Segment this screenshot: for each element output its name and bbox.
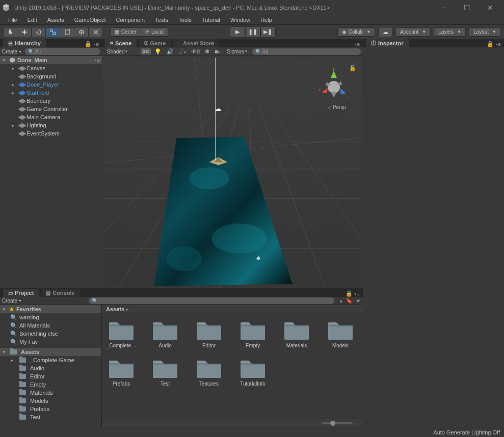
maximize-button[interactable]: ☐ [455,1,479,15]
scene-row[interactable]: ▼ Done_Main ▪≡ [0,56,102,64]
step-button[interactable]: ▶❚ [260,26,276,38]
inspector-tab[interactable]: ⓘ Inspector [366,39,409,47]
favorite-item[interactable]: 🔍My Fav [0,338,101,346]
scene-viewport[interactable]: ☁ ❖ 🔓 y x z [102,56,363,288]
fold-icon[interactable]: ▼ [2,350,7,354]
camera-icon[interactable]: ■▾ [213,48,222,54]
rotate-tool-button[interactable] [32,27,46,37]
project-create-button[interactable]: Create ▼ [2,298,22,304]
layout-dropdown[interactable]: Layout ▼ [469,28,501,37]
hierarchy-create-button[interactable]: Create ▼ [2,49,22,54]
prefab-chevron-icon[interactable]: › [97,82,99,87]
menu-assets[interactable]: Assets [42,16,69,24]
tab-scene[interactable]: ⌗ Scene [105,39,137,47]
menu-file[interactable]: File [3,16,22,24]
project-search-input[interactable]: 🔍 [89,297,334,304]
prefab-chevron-icon[interactable]: › [97,90,99,95]
toggle-2d[interactable]: 2D [141,48,151,54]
tab-game[interactable]: ᗧ Game [139,39,171,47]
menu-help[interactable]: Help [255,16,277,24]
hand-tool-button[interactable] [3,27,17,37]
hierarchy-item[interactable]: ▸Canvas [0,64,102,72]
favorite-item[interactable]: 🔍warning [0,313,101,321]
asset-folder[interactable]: TutorialInfo [237,358,268,387]
project-tree-item[interactable]: Test [0,413,101,421]
gear-icon[interactable]: ✱ [203,48,211,55]
asset-folder[interactable]: Models [325,319,356,348]
menu-tools[interactable]: Tools [173,16,197,24]
tab-assetstore[interactable]: ⌂ Asset Store [173,39,219,47]
asset-folder[interactable]: Audio [150,319,180,348]
panel-lock-icon[interactable]: 🔒 [487,41,494,47]
scene-search-input[interactable]: 🔍 All [252,48,361,55]
panel-menu-icon[interactable]: ▪≡ [94,41,99,47]
fold-icon[interactable]: ▸ [12,91,17,95]
hidden-icon[interactable]: 👁0 [190,48,201,54]
tab-project[interactable]: ▭ Project [3,289,39,297]
project-tree-item[interactable]: Audio [0,364,101,372]
pivot-toggle[interactable]: ▦ Center [110,28,141,37]
hierarchy-search-input[interactable]: 🔍 All [25,48,100,55]
fold-icon[interactable]: ▸ [12,66,17,71]
assets-header[interactable]: ▼ Assets [0,348,101,356]
panel-menu-icon[interactable]: ▪≡ [355,41,360,47]
zoom-slider[interactable] [322,422,353,424]
hierarchy-item[interactable]: ▸StarField› [0,89,102,97]
hierarchy-item[interactable]: ▸Lighting [0,121,102,129]
breadcrumb[interactable]: Assets ▸ [102,305,363,313]
custom-tool-button[interactable] [89,27,103,37]
scale-tool-button[interactable] [46,27,60,37]
project-tree-item[interactable]: Editor [0,372,101,380]
hierarchy-tab[interactable]: ☰ Hierarchy [3,39,46,47]
layers-dropdown[interactable]: Layers ▼ [434,28,466,37]
minimize-button[interactable]: ─ [432,1,455,15]
filter-icon[interactable]: ♦ [339,298,342,304]
panel-lock-icon[interactable]: 🔒 [85,41,92,47]
hierarchy-item[interactable]: ▸Done_Player› [0,80,102,89]
favorite-item[interactable]: 🔍Something else [0,330,101,338]
light-icon[interactable]: 💡 [153,48,163,55]
rect-tool-button[interactable] [60,27,74,37]
asset-folder[interactable]: Empty [237,319,268,348]
hierarchy-item[interactable]: Game Controller [0,105,102,113]
play-button[interactable]: ▶ [230,26,245,38]
menu-window[interactable]: Window [225,16,255,24]
menu-tests[interactable]: Tests [150,16,173,24]
panel-menu-icon[interactable]: ▪≡ [355,291,360,297]
project-tree-item[interactable]: Prefabs [0,405,101,413]
orientation-gizmo[interactable]: y x z [316,68,351,108]
pause-button[interactable]: ❚❚ [245,26,260,38]
fold-icon[interactable]: ▸ [12,83,17,87]
favorites-header[interactable]: ▼ ★ Favorites [0,305,101,313]
audio-icon[interactable]: 🔊 [165,48,175,55]
project-tree-item[interactable]: Models [0,397,101,405]
move-tool-button[interactable] [17,27,32,37]
hierarchy-item[interactable]: Background [0,72,102,80]
fold-icon[interactable]: ▸ [12,123,17,128]
shaded-dropdown[interactable]: Shaded ▾ [104,48,130,55]
panel-lock-icon[interactable]: 🔒 [346,290,353,297]
panel-menu-icon[interactable]: ▪≡ [496,41,501,47]
asset-folder[interactable]: Materials [281,319,312,348]
close-button[interactable]: ✕ [479,1,502,15]
favorite-item[interactable]: 🔍All Materials [0,321,101,330]
menu-tutorial[interactable]: Tutorial [197,16,225,24]
hierarchy-item[interactable]: Boundary [0,97,102,105]
asset-folder[interactable]: Prefabs [106,358,137,387]
hierarchy-item[interactable]: EventSystem [0,129,102,138]
fold-icon[interactable]: ▼ [2,307,7,312]
gizmos-dropdown[interactable]: Gizmos ▾ [224,48,250,55]
hierarchy-item[interactable]: Main Camera [0,113,102,121]
menu-component[interactable]: Component [111,16,150,24]
asset-folder[interactable]: Editor [194,319,224,348]
tab-console[interactable]: ▤ Console [41,289,79,297]
cloud-button[interactable]: ☁ [378,27,392,37]
project-tree-item[interactable]: ▸_Complete-Game [0,356,101,364]
star-icon[interactable]: ★ [356,297,361,304]
asset-folder[interactable]: Test [150,358,180,387]
space-toggle[interactable]: ⟳ Local [141,28,168,37]
fold-icon[interactable]: ▸ [11,358,16,363]
fold-icon[interactable]: ▼ [2,58,7,63]
scene-menu-icon[interactable]: ▪≡ [95,57,100,63]
tag-icon[interactable]: 🔖 [346,297,353,304]
